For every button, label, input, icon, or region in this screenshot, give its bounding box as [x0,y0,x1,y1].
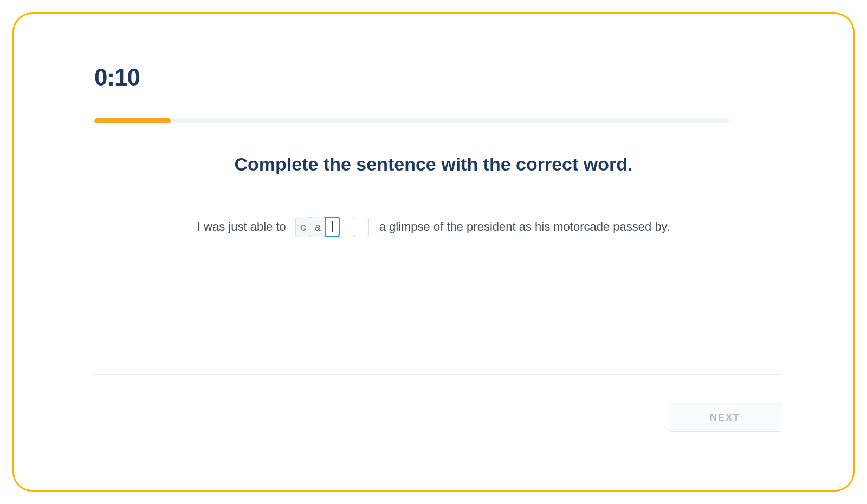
letter-box-2[interactable] [325,217,340,237]
letter-box-1[interactable]: a [310,217,325,237]
sentence-before: I was just able to [197,220,286,233]
quiz-frame: 0:10 Complete the sentence with the corr… [12,12,855,492]
text-caret [332,221,333,232]
footer-divider [94,374,781,375]
letter-box-4[interactable] [354,217,369,237]
letter-input-group: ca [296,217,369,237]
letter-box-3[interactable] [339,217,354,237]
sentence-after: a glimpse of the president as his motorc… [379,220,670,233]
progress-bar [94,118,729,123]
progress-fill [94,118,171,123]
instruction-text: Complete the sentence with the correct w… [14,154,853,175]
next-button[interactable]: NEXT [669,403,781,432]
timer: 0:10 [94,64,140,91]
sentence-row: I was just able to ca a glimpse of the p… [14,217,853,237]
letter-box-0[interactable]: c [295,217,310,237]
